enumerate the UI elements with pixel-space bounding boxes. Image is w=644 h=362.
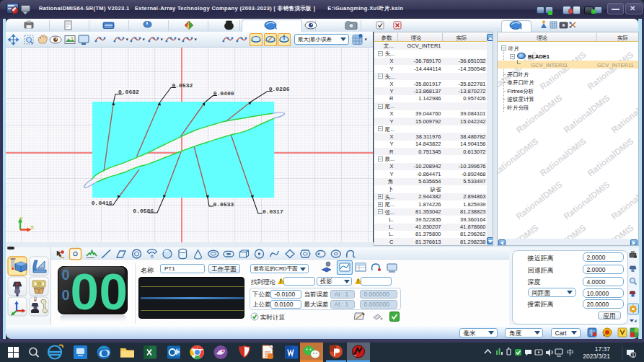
- svg-text:0.0532: 0.0532: [172, 82, 193, 89]
- svg-text:0.0317: 0.0317: [263, 208, 283, 215]
- svg-text:0.0682: 0.0682: [118, 89, 139, 95]
- svg-text:中: 中: [567, 348, 574, 356]
- svg-text:0.0533: 0.0533: [213, 201, 234, 208]
- svg-text:0.0400: 0.0400: [213, 90, 234, 97]
- svg-text:17:37: 17:37: [595, 345, 611, 353]
- svg-text:1: 1: [632, 353, 635, 358]
- svg-text:0.0286: 0.0286: [269, 86, 290, 92]
- svg-text:X: X: [30, 224, 35, 231]
- svg-text:Y: Y: [19, 216, 24, 222]
- svg-text:2023/3/21: 2023/3/21: [583, 353, 610, 360]
- svg-text:0.0586: 0.0586: [133, 208, 154, 214]
- svg-text:0.0416: 0.0416: [92, 200, 113, 206]
